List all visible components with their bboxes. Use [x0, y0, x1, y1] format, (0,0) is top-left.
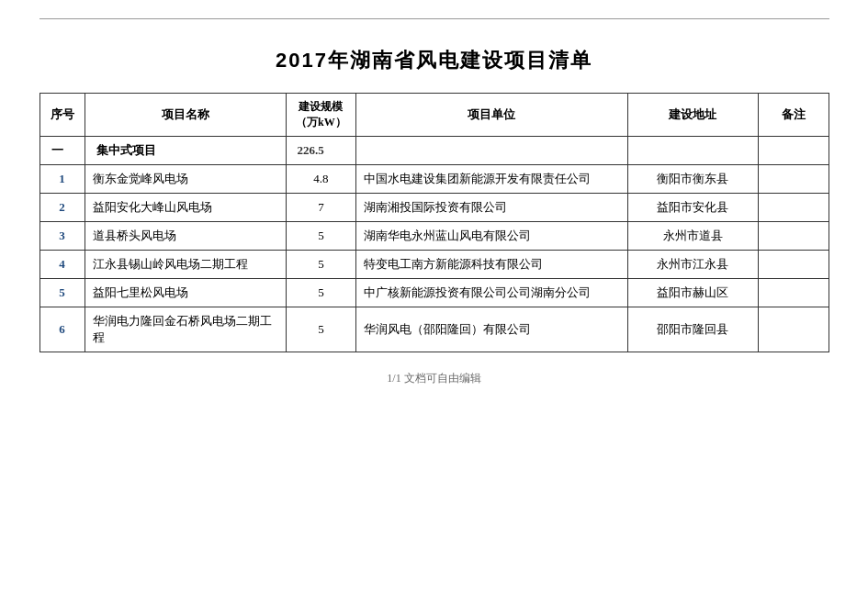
- table-row: 3道县桥头风电场5湖南华电永州蓝山风电有限公司永州市道县: [39, 222, 829, 251]
- row-unit: 湖南湘投国际投资有限公司: [356, 194, 627, 222]
- header-location: 建设地址: [627, 94, 758, 137]
- row-unit: 特变电工南方新能源科技有限公司: [356, 251, 627, 279]
- row-note: [758, 251, 829, 279]
- row-seq: 2: [39, 194, 85, 222]
- row-location: 益阳市安化县: [627, 194, 758, 222]
- row-name: 益阳安化大峰山风电场: [85, 194, 286, 222]
- category-unit: [356, 137, 627, 165]
- row-name: 道县桥头风电场: [85, 222, 286, 251]
- category-row: 一 集中式项目 226.5: [39, 137, 829, 165]
- category-seq: 一: [39, 137, 85, 165]
- page-footer: 1/1 文档可自由编辑: [39, 371, 829, 386]
- top-divider: [39, 18, 829, 19]
- row-location: 永州市道县: [627, 222, 758, 251]
- page-container: 2017年湖南省风电建设项目清单 序号 项目名称 建设规模（万kW） 项目单位 …: [39, 18, 829, 386]
- row-seq: 1: [39, 165, 85, 194]
- row-seq: 5: [39, 279, 85, 307]
- table-row: 4江永县锡山岭风电场二期工程5特变电工南方新能源科技有限公司永州市江永县: [39, 251, 829, 279]
- row-name: 益阳七里松风电场: [85, 279, 286, 307]
- table-row: 1衡东金觉峰风电场4.8中国水电建设集团新能源开发有限责任公司衡阳市衡东县: [39, 165, 829, 194]
- row-unit: 华润风电（邵阳隆回）有限公司: [356, 307, 627, 352]
- main-table: 序号 项目名称 建设规模（万kW） 项目单位 建设地址 备注 一 集中式项目 2…: [39, 93, 829, 352]
- header-note: 备注: [758, 94, 829, 137]
- row-note: [758, 165, 829, 194]
- row-seq: 3: [39, 222, 85, 251]
- table-row: 5益阳七里松风电场5中广核新能源投资有限公司公司湖南分公司益阳市赫山区: [39, 279, 829, 307]
- row-location: 益阳市赫山区: [627, 279, 758, 307]
- row-name: 江永县锡山岭风电场二期工程: [85, 251, 286, 279]
- row-seq: 6: [39, 307, 85, 352]
- row-note: [758, 307, 829, 352]
- row-location: 衡阳市衡东县: [627, 165, 758, 194]
- row-name: 华润电力隆回金石桥风电场二期工程: [85, 307, 286, 352]
- row-unit: 中广核新能源投资有限公司公司湖南分公司: [356, 279, 627, 307]
- footer-text: 1/1 文档可自由编辑: [387, 372, 480, 385]
- table-row: 2益阳安化大峰山风电场7湖南湘投国际投资有限公司益阳市安化县: [39, 194, 829, 222]
- row-location: 永州市江永县: [627, 251, 758, 279]
- row-scale: 5: [286, 279, 356, 307]
- category-location: [627, 137, 758, 165]
- header-seq: 序号: [39, 94, 85, 137]
- header-unit: 项目单位: [356, 94, 627, 137]
- row-scale: 5: [286, 251, 356, 279]
- row-scale: 7: [286, 194, 356, 222]
- table-row: 6华润电力隆回金石桥风电场二期工程5华润风电（邵阳隆回）有限公司邵阳市隆回县: [39, 307, 829, 352]
- row-note: [758, 279, 829, 307]
- row-scale: 4.8: [286, 165, 356, 194]
- row-note: [758, 222, 829, 251]
- row-unit: 中国水电建设集团新能源开发有限责任公司: [356, 165, 627, 194]
- category-scale: 226.5: [286, 137, 356, 165]
- row-unit: 湖南华电永州蓝山风电有限公司: [356, 222, 627, 251]
- page-title: 2017年湖南省风电建设项目清单: [39, 47, 829, 74]
- table-header-row: 序号 项目名称 建设规模（万kW） 项目单位 建设地址 备注: [39, 94, 829, 137]
- header-scale: 建设规模（万kW）: [286, 94, 356, 137]
- header-name: 项目名称: [85, 94, 286, 137]
- row-location: 邵阳市隆回县: [627, 307, 758, 352]
- category-name: 集中式项目: [85, 137, 286, 165]
- row-seq: 4: [39, 251, 85, 279]
- row-scale: 5: [286, 222, 356, 251]
- row-name: 衡东金觉峰风电场: [85, 165, 286, 194]
- category-note: [758, 137, 829, 165]
- row-note: [758, 194, 829, 222]
- row-scale: 5: [286, 307, 356, 352]
